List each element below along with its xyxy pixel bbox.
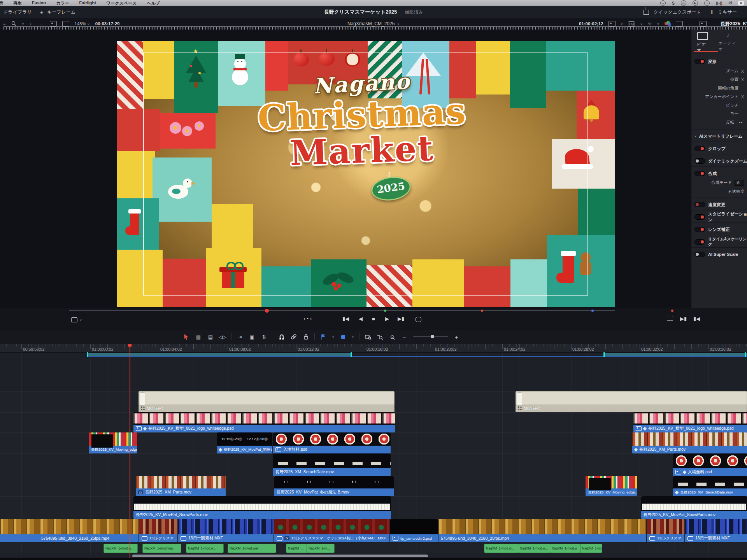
range-highlight[interactable] <box>88 353 352 356</box>
ai-super-scale-toggle[interactable] <box>694 252 705 257</box>
playhead[interactable] <box>130 344 130 558</box>
viewer-mode-button[interactable]: ∨ <box>71 317 82 322</box>
row-yaw[interactable]: ヨー <box>691 111 744 117</box>
timeline-clip[interactable]: 長野2025_KV_Moving_edge... <box>586 476 637 496</box>
linked-selection-button[interactable] <box>290 333 297 340</box>
row-composite-mode[interactable]: 合成モード 通 <box>691 180 744 186</box>
section-smart-reframe[interactable]: › AIスマートリフレーム <box>691 131 747 141</box>
wifi-icon[interactable]: ᗢ <box>729 1 732 5</box>
timeline-clip[interactable]: 長野2025_KV_MovPat_SnowParts.mov <box>133 496 391 519</box>
zoom-custom-button[interactable] <box>389 333 396 340</box>
row-zoom[interactable]: ズームX <box>691 68 744 74</box>
menu-color[interactable]: カラー <box>56 0 69 6</box>
audio-output-icon[interactable]: ((•)) <box>716 1 722 5</box>
s-logo-icon[interactable]: S <box>672 1 675 5</box>
overlay-wand-icon[interactable]: ☆ <box>648 21 652 26</box>
next-frame-icon[interactable]: ▶▮ <box>680 316 687 322</box>
audio-clip[interactable]: NagXM_1-mod.w.. <box>103 544 138 553</box>
retime-scaling-toggle[interactable] <box>694 239 705 245</box>
timeline-clip[interactable]: 13日一眼素材.MXF <box>685 519 747 542</box>
composite-toggle[interactable] <box>694 171 705 176</box>
timeline-clip[interactable]: 5754895-uhd_3840_2160_25fps.mp4 <box>0 519 139 542</box>
timeline-clip[interactable]: 入場無料.psd <box>673 453 747 476</box>
timeline-clip[interactable]: 5754895-uhd_3840_2160_25fps.mp4 <box>438 519 646 542</box>
chevron-down-icon[interactable]: ∨ <box>621 22 623 26</box>
viewer-scrubber[interactable] <box>69 310 615 311</box>
menu-help[interactable]: ヘルプ <box>147 0 160 6</box>
timeline-horizontal-scrollbar[interactable] <box>132 555 428 557</box>
playhead-handle[interactable] <box>128 344 132 347</box>
insert-clip-button[interactable]: ⇥ <box>237 333 244 340</box>
row-pitch[interactable]: ピッチ <box>691 103 744 108</box>
row-opacity[interactable]: 不透明度 <box>691 189 744 194</box>
timeline-clip[interactable]: 13日一眼素材.MXF <box>178 519 274 542</box>
timeline-clip[interactable]: 13日-クリスマ... <box>647 519 684 542</box>
chevron-down-icon[interactable]: ∨ <box>640 22 643 26</box>
section-ai-super-scale[interactable]: AI Super Scale <box>691 250 747 259</box>
creative-cloud-icon[interactable]: ◎ <box>681 0 686 6</box>
timeline-clip[interactable]: 長野2025_XM_Parts.mov <box>632 432 747 453</box>
section-transform[interactable]: 変形 <box>691 57 747 66</box>
timeline-clip[interactable]: 入場無料.psd <box>273 432 391 453</box>
range-out-cap[interactable] <box>351 352 352 357</box>
loop-button[interactable] <box>416 317 421 323</box>
menu-workspace[interactable]: ワークスペース <box>106 0 137 6</box>
scrubber-marker[interactable] <box>671 310 673 312</box>
flip-horizontal-button[interactable]: ◄► <box>737 120 744 125</box>
flag-dropdown[interactable]: ∨ <box>332 335 335 339</box>
timeline-clip[interactable]: tlp_cm-credit-2.psd <box>390 519 438 542</box>
snapping-button[interactable] <box>278 333 285 340</box>
scrubber-marker[interactable] <box>481 310 483 312</box>
zoom-out-button[interactable]: – <box>401 333 408 340</box>
timeline-clip[interactable]: 長野2025_KV_MovPat_SnowParts.mov <box>641 496 747 519</box>
timeline-clip[interactable]: 長野2025_XM_SerachDate.mov <box>673 476 747 496</box>
keyframes-button[interactable]: キーフレーム <box>47 9 75 16</box>
audio-clip[interactable]: NagXM_... <box>286 544 308 553</box>
clip-trim-handle[interactable] <box>140 392 145 406</box>
trim-edit-mode-tool[interactable]: ▥ <box>195 333 202 340</box>
section-lens-correction[interactable]: レンズ補正 <box>691 225 747 234</box>
play-button[interactable]: ▶ <box>385 316 389 322</box>
overwrite-clip-button[interactable]: ▣ <box>249 333 256 340</box>
viewer-image[interactable]: ★ <box>117 41 615 307</box>
timeline-clip[interactable]: 12.12㊎-28㊐ 12.12㊎-28㊐ 長野2025_KV_MovPat_開… <box>217 432 272 453</box>
shield-icon[interactable]: ▲ <box>660 0 666 6</box>
split-screen-icon[interactable] <box>676 21 683 26</box>
speed-change-toggle[interactable] <box>694 202 705 207</box>
scrubber-playhead[interactable] <box>265 309 269 313</box>
skip-start-button[interactable]: ▮◀ <box>342 316 349 322</box>
timeline-clip[interactable]: MultiText <box>516 391 747 412</box>
audio-clip[interactable]: NagXM_1-mod.w <box>550 544 583 553</box>
row-rotation[interactable]: 回転の角度 <box>691 86 744 91</box>
scrubber-marker[interactable] <box>384 310 386 312</box>
timeline-clip[interactable]: 13日-クリスマ... <box>139 519 177 542</box>
timeline-clip[interactable]: MultiText <box>139 391 395 412</box>
audio-clip[interactable]: NagXM_1-mod.wav <box>142 544 181 553</box>
timeline-clip[interactable]: 長野2025_KV_横型_0821_logo_whiteedge.psd <box>633 412 747 432</box>
play-reverse-button[interactable]: ◀ <box>359 316 363 322</box>
play-status-icon[interactable]: ▶ <box>693 0 698 6</box>
composite-mode-select[interactable]: 通 <box>735 180 744 186</box>
zoom-detail-button[interactable] <box>377 333 384 340</box>
timeline-clip[interactable]: fx13日-クリスマスマーケット2024初日（小島CAM）.MXF <box>274 519 389 542</box>
section-retime-scaling[interactable]: リタイム&スケーリング <box>691 237 747 247</box>
stop-button[interactable]: ■ <box>372 316 375 322</box>
marker-dropdown[interactable]: ∨ <box>352 335 354 339</box>
range-in-cap[interactable] <box>603 352 605 357</box>
menu-view[interactable]: 表示 <box>0 0 3 6</box>
scrubber-marker[interactable] <box>591 310 594 312</box>
media-pool-icon[interactable] <box>700 21 707 26</box>
audio-clip[interactable]: NagXM_1-mod.w... <box>518 544 551 553</box>
timeline-clip[interactable]: 長野2025_KV_横型_0821_logo_whiteedge.psd <box>133 412 395 432</box>
section-speed-change[interactable]: 速度変更 <box>691 200 747 209</box>
tab-audio[interactable]: ♪ オーディオ <box>719 32 738 53</box>
skip-end-button[interactable]: ▶▮ <box>398 316 404 322</box>
section-crop[interactable]: クロップ <box>691 144 747 153</box>
range-highlight[interactable] <box>604 353 747 356</box>
flag-button[interactable] <box>320 333 327 340</box>
jog-shuttle[interactable]: ‹•› <box>303 316 313 322</box>
replace-clip-button[interactable]: ⇅ <box>261 333 268 340</box>
zoom-in-button[interactable]: + <box>453 333 460 340</box>
audio-clip[interactable]: NagXM_1-mod.wav <box>228 544 276 553</box>
color-viewer-icon[interactable] <box>665 21 671 26</box>
